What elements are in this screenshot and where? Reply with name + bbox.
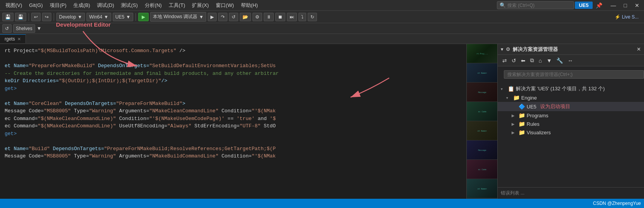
save-button[interactable]: 💾 — [2, 13, 14, 21]
config-dropdown[interactable]: Develop ▼ — [56, 13, 85, 21]
visualizers-label: Visualizers — [527, 130, 551, 135]
thumb-2[interactable]: et Name= — [467, 63, 497, 83]
menu-item-extensions[interactable]: 扩展(X) — [189, 1, 212, 10]
code-line: ec Command="$(NMakeCleanCommandLine)" Us… — [0, 122, 466, 130]
error-list-bar[interactable]: 错误列表 ... — [498, 187, 644, 199]
wrench-icon[interactable]: 🔧 — [555, 57, 564, 64]
settings-button[interactable]: ⚙ — [253, 13, 262, 21]
ue5-project-icon: 🔷 — [519, 103, 525, 110]
menu-item-window[interactable]: 窗口(W) — [213, 1, 237, 10]
visualizers-folder-icon: 📁 — [519, 129, 525, 135]
config-label: Develop — [59, 14, 76, 20]
code-line: Message Code="MSB8005" Type="Warning" Ar… — [0, 107, 466, 115]
tab-targets[interactable]: rgets ✕ — [0, 34, 26, 43]
toolbar2-shelves[interactable]: Shelves — [13, 24, 35, 33]
open-folder-button[interactable]: 📂 — [240, 13, 251, 21]
toolbar2-refresh[interactable]: ↺ — [2, 24, 12, 33]
back-icon[interactable]: ⬅ — [519, 57, 527, 64]
home-icon[interactable]: ⌂ — [537, 57, 543, 64]
thumb-3[interactable]: Message — [467, 83, 497, 102]
pin-icon[interactable]: 📌 — [593, 2, 605, 8]
forward-button[interactable]: ⏭ — [287, 13, 297, 21]
sync-icon[interactable]: ⇄ — [501, 57, 508, 64]
undo-button[interactable]: ↩ — [31, 13, 41, 21]
code-line — [0, 55, 466, 63]
nav-button[interactable]: ⤵ — [298, 13, 306, 21]
code-line: ec Command="$(NMakeCleanCommandLine)" Co… — [0, 115, 466, 123]
step-button[interactable]: ↷ — [218, 13, 227, 21]
code-line: keDir Directories="$(OutDir);$(IntDir);$… — [0, 77, 466, 85]
collapse-icon[interactable]: ▾ — [501, 46, 503, 52]
tab-close-button[interactable]: ✕ — [17, 37, 21, 42]
search-icon: 🔍 — [500, 2, 506, 8]
thumb-1[interactable]: rt Proj... — [467, 44, 497, 63]
menu-item-git[interactable]: Git(G) — [26, 2, 46, 9]
stop-button[interactable]: ⏹ — [275, 13, 285, 21]
pause-button[interactable]: ⏸ — [264, 13, 274, 21]
nav-icon[interactable]: ↔ — [566, 57, 575, 64]
tree-container: ▾ 📋 解决方案 'UE5' (132 个项目，共 132 个) ▾ 📁 Eng… — [498, 83, 644, 187]
menu-item-project[interactable]: 项目(P) — [47, 1, 69, 10]
code-line: -- Create the directories for intermedia… — [0, 70, 466, 78]
maximize-button[interactable]: □ — [622, 2, 629, 8]
save-all-button[interactable]: 💾 — [15, 13, 26, 21]
platform-dropdown[interactable]: Win64 ▼ — [86, 13, 111, 21]
search-input[interactable] — [507, 3, 565, 8]
platform-chevron-icon: ▼ — [104, 14, 108, 20]
filter-icon[interactable]: ▼ — [545, 57, 553, 64]
root-expand-icon: ▾ — [501, 87, 506, 91]
engine-item[interactable]: ▾ 📁 Engine — [498, 93, 644, 102]
main-layout: rt Project="$(MSBuildToolsPath)\Microsof… — [0, 44, 644, 199]
solution-root-item[interactable]: ▾ 📋 解决方案 'UE5' (132 个项目，共 132 个) — [498, 84, 644, 93]
status-bar: CSDN @ZhenpengYue — [0, 199, 644, 208]
menu-item-test[interactable]: 测试(S) — [118, 1, 141, 10]
debug-play-button[interactable]: ▶ — [208, 13, 217, 21]
panel-toolbar: ⇄ ↺ ⬅ ⧉ ⌂ ▼ 🔧 ↔ — [498, 55, 644, 66]
thumb-8[interactable]: et Name= — [467, 179, 497, 198]
gear-icon[interactable]: ⚙ — [506, 46, 510, 52]
error-list-label: 错误列表 ... — [501, 190, 524, 196]
thumb-code-2: et Name= — [478, 72, 487, 74]
debug-dropdown[interactable]: 本地 Windows 调试器 ▼ — [150, 12, 206, 22]
code-line — [0, 137, 466, 145]
thumb-6[interactable]: Message — [467, 140, 497, 160]
nav2-button[interactable]: ↻ — [308, 13, 317, 21]
copy-icon[interactable]: ⧉ — [529, 56, 536, 64]
redo-button[interactable]: ↪ — [42, 13, 51, 21]
menu-item-debug[interactable]: 调试(D) — [94, 1, 117, 10]
ue5-item[interactable]: 🔷 UE5 设为启动项目 — [498, 102, 644, 111]
rules-expand-icon: ▶ — [512, 122, 517, 126]
refresh-button[interactable]: ↺ — [229, 13, 238, 21]
code-line: get> — [0, 85, 466, 93]
menu-item-tools[interactable]: 工具(T) — [166, 1, 188, 10]
programs-item[interactable]: ▶ 📁 Programs — [498, 111, 644, 120]
thumb-7[interactable]: ec Comm — [467, 160, 497, 179]
target-label: UE5 — [115, 14, 124, 20]
search-box[interactable]: 🔍 — [497, 1, 574, 9]
refresh-icon[interactable]: ↺ — [510, 57, 518, 64]
run-button[interactable]: ▶ — [138, 13, 149, 21]
menu-item-help[interactable]: 帮助(H) — [238, 1, 261, 10]
close-button[interactable]: ✕ — [632, 2, 642, 8]
close-panel-button[interactable]: ✕ — [637, 46, 641, 52]
minimize-button[interactable]: — — [608, 2, 619, 8]
rules-label: Rules — [527, 121, 539, 127]
thumb-4[interactable]: ec Comm — [467, 102, 497, 121]
live-share[interactable]: ⚡ Live S... — [612, 14, 642, 20]
thumb-code-7: ec Comm — [478, 168, 486, 171]
visualizers-item[interactable]: ▶ 📁 Visualizers — [498, 128, 644, 137]
debug-label: 本地 Windows 调试器 — [153, 14, 197, 20]
rules-item[interactable]: ▶ 📁 Rules — [498, 120, 644, 128]
menu-bar: 视图(V) Git(G) 项目(P) 生成(B) 调试(D) 测试(S) 分析(… — [0, 0, 644, 11]
solution-search-input[interactable] — [504, 70, 644, 79]
target-dropdown[interactable]: UE5 ▼ — [113, 13, 133, 21]
menu-item-build[interactable]: 生成(B) — [70, 1, 93, 10]
panel-header: ▾ ⚙ 解决方案资源管理器 ✕ — [498, 44, 644, 55]
thumb-5[interactable]: et Name= — [467, 121, 497, 140]
search-container — [498, 66, 644, 83]
menu-item-view[interactable]: 视图(V) — [2, 1, 25, 10]
programs-folder-icon: 📁 — [519, 112, 525, 118]
code-editor[interactable]: rt Project="$(MSBuildToolsPath)\Microsof… — [0, 44, 466, 199]
menu-item-analyze[interactable]: 分析(N) — [142, 1, 165, 10]
panel-title: 解决方案资源管理器 — [513, 46, 634, 53]
